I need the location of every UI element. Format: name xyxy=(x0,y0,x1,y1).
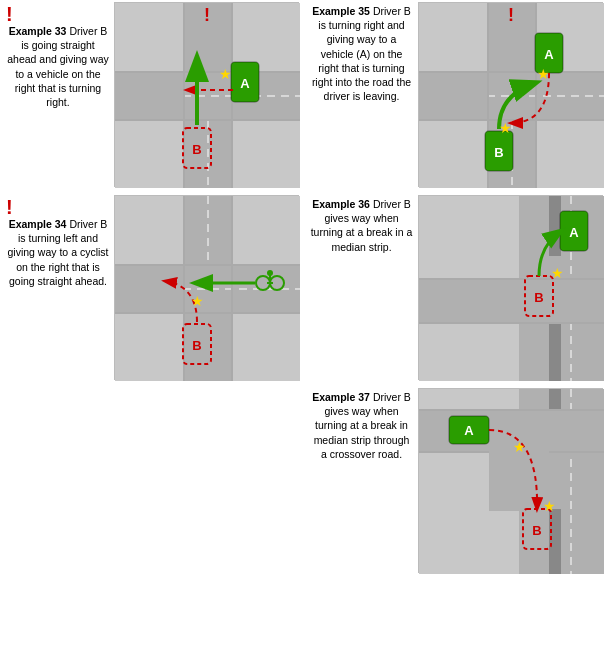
example-35-diagram: ! A B ★ xyxy=(418,2,603,187)
example-35-panel: Example 35 Driver B is turning right and… xyxy=(308,2,608,187)
example-36-diagram: A B ★ xyxy=(418,195,603,380)
svg-rect-37 xyxy=(115,264,300,266)
svg-text:★: ★ xyxy=(191,293,204,309)
svg-text:★: ★ xyxy=(513,439,526,455)
example-33-panel: ! Example 33 Driver B is going straight … xyxy=(4,2,304,187)
svg-text:B: B xyxy=(192,142,201,157)
example-37-text: Example 37 Driver B gives way when turni… xyxy=(308,388,416,461)
svg-rect-52 xyxy=(549,196,561,256)
svg-text:B: B xyxy=(532,523,541,538)
example-34-diagram: B ★ xyxy=(114,195,299,380)
diagram-34-svg: B ★ xyxy=(115,196,300,381)
svg-text:★: ★ xyxy=(543,498,556,514)
example-35-label: Example 35 xyxy=(312,5,370,17)
row-3: Example 37 Driver B gives way when turni… xyxy=(0,386,611,575)
svg-rect-40 xyxy=(231,196,233,381)
example-37-diagram: A B ★ ★ xyxy=(418,388,603,573)
svg-point-45 xyxy=(267,270,273,276)
example-33-text: ! Example 33 Driver B is going straight … xyxy=(4,2,112,109)
example-36-text: Example 36 Driver B gives way when turni… xyxy=(308,195,416,254)
example-37-panel: Example 37 Driver B gives way when turni… xyxy=(308,388,608,573)
svg-text:!: ! xyxy=(508,5,514,25)
diagram-35-svg: ! A B ★ xyxy=(419,3,604,188)
svg-rect-68 xyxy=(419,409,604,453)
svg-rect-53 xyxy=(549,321,561,381)
svg-rect-24 xyxy=(535,3,537,188)
svg-rect-38 xyxy=(115,312,300,314)
svg-rect-71 xyxy=(489,451,549,511)
svg-rect-57 xyxy=(419,322,604,324)
exclamation-33: ! xyxy=(6,4,110,24)
example-34-panel: ! Example 34 Driver B is turning left an… xyxy=(4,195,304,380)
row-1: ! Example 33 Driver B is going straight … xyxy=(0,0,611,189)
svg-text:B: B xyxy=(192,338,201,353)
example-35-text: Example 35 Driver B is turning right and… xyxy=(308,2,416,103)
example-36-label: Example 36 xyxy=(312,198,370,210)
diagram-37-svg: A B ★ ★ xyxy=(419,389,604,574)
svg-text:B: B xyxy=(534,290,543,305)
svg-text:★: ★ xyxy=(537,66,550,82)
page: ! Example 33 Driver B is going straight … xyxy=(0,0,611,575)
svg-text:A: A xyxy=(240,76,250,91)
svg-rect-5 xyxy=(115,71,300,73)
example-36-panel: Example 36 Driver B gives way when turni… xyxy=(308,195,608,380)
example-33-diagram: ! A B xyxy=(114,2,299,187)
row-2: ! Example 34 Driver B is turning left an… xyxy=(0,193,611,382)
svg-rect-21 xyxy=(419,71,604,73)
svg-rect-56 xyxy=(419,278,604,280)
example-33-label: Example 33 xyxy=(9,25,67,37)
svg-rect-6 xyxy=(115,119,300,121)
svg-text:B: B xyxy=(494,145,503,160)
diagram-33-svg: ! A B xyxy=(115,3,300,188)
exclamation-34: ! xyxy=(6,197,110,217)
svg-rect-55 xyxy=(419,278,604,324)
example-35-desc: Driver B is turning right and giving way… xyxy=(312,5,411,102)
example-37-label: Example 37 xyxy=(312,391,370,403)
svg-rect-69 xyxy=(419,409,604,411)
svg-text:★: ★ xyxy=(219,66,232,82)
svg-text:!: ! xyxy=(204,5,210,25)
example-33-desc: Driver B is going straight ahead and giv… xyxy=(7,25,109,108)
svg-text:A: A xyxy=(544,47,554,62)
example-34-label: Example 34 xyxy=(9,218,67,230)
example-34-text: ! Example 34 Driver B is turning left an… xyxy=(4,195,112,288)
svg-text:★: ★ xyxy=(551,265,564,281)
svg-text:A: A xyxy=(569,225,579,240)
svg-text:A: A xyxy=(464,423,474,438)
svg-text:★: ★ xyxy=(499,120,512,136)
diagram-36-svg: A B ★ xyxy=(419,196,604,381)
